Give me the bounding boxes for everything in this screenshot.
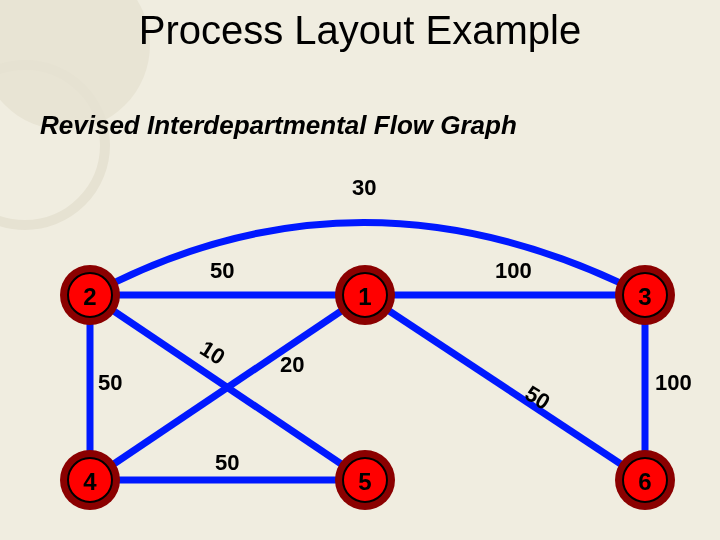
weight-3-6: 100 xyxy=(655,370,692,396)
weight-2-3-arc: 30 xyxy=(352,175,376,201)
weight-2-4: 50 xyxy=(98,370,122,396)
node-1: 1 xyxy=(335,265,395,325)
svg-text:5: 5 xyxy=(358,468,371,495)
svg-text:6: 6 xyxy=(638,468,651,495)
node-5: 5 xyxy=(335,450,395,510)
node-6: 6 xyxy=(615,450,675,510)
weight-1-3: 100 xyxy=(495,258,532,284)
edge-1-6 xyxy=(365,295,645,480)
node-2: 2 xyxy=(60,265,120,325)
svg-text:2: 2 xyxy=(83,283,96,310)
weight-2-1: 50 xyxy=(210,258,234,284)
node-4: 4 xyxy=(60,450,120,510)
weight-4-5: 50 xyxy=(215,450,239,476)
node-3: 3 xyxy=(615,265,675,325)
flow-graph: 2 1 3 4 5 6 xyxy=(0,0,720,540)
svg-text:3: 3 xyxy=(638,283,651,310)
svg-text:4: 4 xyxy=(83,468,97,495)
weight-4-1: 20 xyxy=(280,352,304,378)
svg-text:1: 1 xyxy=(358,283,371,310)
